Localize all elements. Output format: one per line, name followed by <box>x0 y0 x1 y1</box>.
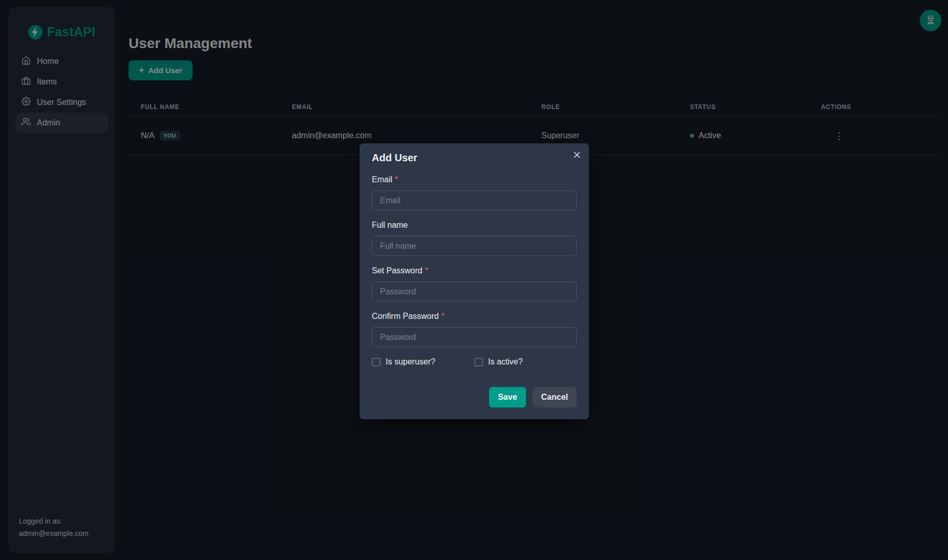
modal-title: Add User <box>372 152 577 164</box>
confirm-password-field-group: Confirm Password* <box>372 312 577 347</box>
full-name-field-group: Full name <box>372 221 577 256</box>
full-name-field-label: Full name <box>372 221 577 230</box>
email-field-label: Email* <box>372 175 577 184</box>
field-label-text: Full name <box>372 221 408 229</box>
modal-checkbox-row: Is superuser? Is active? <box>372 357 577 367</box>
modal-close-button[interactable] <box>568 147 585 164</box>
checkbox-box <box>474 358 483 367</box>
set-password-input[interactable] <box>372 282 577 301</box>
is-superuser-checkbox[interactable]: Is superuser? <box>372 357 474 367</box>
checkbox-box <box>372 358 381 367</box>
add-user-modal: Add User Email* Full name Set Password* <box>360 143 589 419</box>
set-password-field-group: Set Password* <box>372 266 577 301</box>
field-label-text: Email <box>372 175 392 184</box>
email-field-group: Email* <box>372 175 577 210</box>
set-password-field-label: Set Password* <box>372 266 577 275</box>
modal-footer: Save Cancel <box>372 387 577 407</box>
save-button[interactable]: Save <box>489 387 525 407</box>
confirm-password-field-label: Confirm Password* <box>372 312 577 321</box>
cancel-button[interactable]: Cancel <box>533 387 577 407</box>
field-label-text: Set Password <box>372 266 423 275</box>
checkbox-label: Is superuser? <box>386 357 435 367</box>
is-active-checkbox[interactable]: Is active? <box>474 357 523 367</box>
email-input[interactable] <box>372 190 577 210</box>
required-asterisk: * <box>395 175 398 184</box>
required-asterisk: * <box>425 266 428 275</box>
field-label-text: Confirm Password <box>372 312 439 320</box>
checkbox-label: Is active? <box>488 357 523 367</box>
required-asterisk: * <box>441 312 445 320</box>
close-icon <box>573 150 581 161</box>
app-root: FastAPI Home Items <box>0 0 948 560</box>
full-name-input[interactable] <box>372 236 577 256</box>
confirm-password-input[interactable] <box>372 327 577 347</box>
